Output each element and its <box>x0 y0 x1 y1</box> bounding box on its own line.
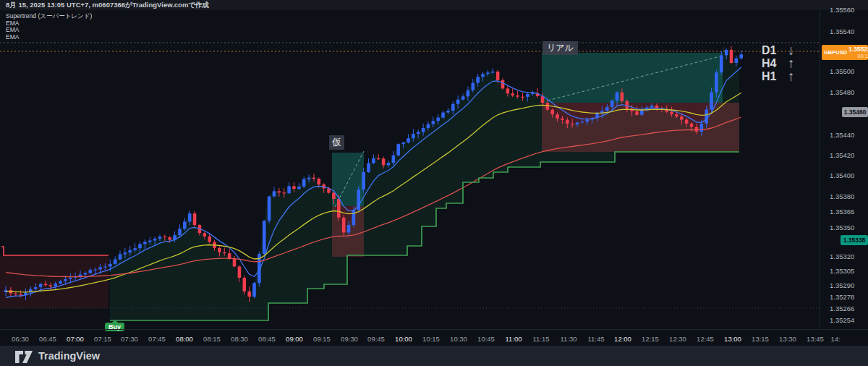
real-annotation-label[interactable]: リアル <box>542 41 578 55</box>
time-tick: 09:30 <box>335 335 364 343</box>
gray-price-badge: 1.35460 <box>842 107 868 117</box>
bottom-toolbar: TradingView <box>0 346 868 366</box>
time-tick: 09:15 <box>307 335 336 343</box>
price-tick: 1.35278 <box>830 293 854 302</box>
time-tick: 11:30 <box>554 335 583 343</box>
time-tick: 08:00 <box>170 335 199 343</box>
time-tick: 09:00 <box>280 335 309 343</box>
time-axis[interactable]: 06:3006:4507:0007:1507:3007:4508:0008:15… <box>0 329 868 346</box>
last-price-value: 1.35522 <box>848 46 868 53</box>
indicator-legend: Supertrend (スーパートレンド) EMA EMA EMA <box>6 13 92 41</box>
time-tick: 07:15 <box>88 335 117 343</box>
legend-item-ema-3[interactable]: EMA <box>6 34 92 41</box>
time-tick: 13:00 <box>718 335 747 343</box>
time-tick: 14: <box>821 335 850 343</box>
time-tick: 08:15 <box>197 335 226 343</box>
mtf-trend-panel: D1 ↓ H4 ↑ H1 ↑ <box>762 44 795 83</box>
price-tick: 1.35365 <box>830 208 854 216</box>
mtf-row-h1: H1 ↑ <box>762 70 795 83</box>
tradingview-logo-icon <box>14 347 33 365</box>
time-tick: 06:30 <box>6 335 35 343</box>
chart-canvas[interactable] <box>0 0 820 329</box>
kari-annotation-label[interactable]: 仮 <box>329 135 344 150</box>
price-tick: 1.35540 <box>830 27 854 36</box>
time-tick: 10:30 <box>444 335 473 343</box>
price-tick: 1.35290 <box>830 281 854 290</box>
time-tick: 08:45 <box>252 335 281 343</box>
supertrend-price-badge: 1.35338 <box>841 235 868 245</box>
time-tick: 06:45 <box>33 335 62 343</box>
supertrend-down-fill <box>0 255 109 308</box>
tradingview-chart-window: 8月 15, 2025 13:05 UTC+7, m0607366がTradin… <box>0 0 868 366</box>
time-tick: 13:30 <box>773 335 802 343</box>
tradingview-logo[interactable]: TradingView <box>14 347 100 365</box>
supertrend-down-line[interactable] <box>1 247 109 255</box>
price-tick: 1.35320 <box>830 252 854 261</box>
price-tick: 1.35440 <box>830 131 854 140</box>
price-tick: 1.35305 <box>830 267 854 276</box>
price-axis[interactable]: 1.355601.355401.355001.354801.354401.354… <box>820 10 868 329</box>
time-tick: 11:15 <box>527 335 556 343</box>
time-tick: 10:15 <box>417 335 446 343</box>
tradingview-logo-text: TradingView <box>38 350 100 362</box>
price-tick: 1.35480 <box>830 88 854 97</box>
time-tick: 12:15 <box>636 335 665 343</box>
time-tick: 09:45 <box>362 335 391 343</box>
last-price-badge: GBPUSD 1.35522 00:11 <box>822 45 868 60</box>
price-tick: 1.35400 <box>830 171 854 180</box>
price-tick: 1.35350 <box>830 224 854 232</box>
time-tick: 10:00 <box>389 335 418 343</box>
time-tick: 11:45 <box>582 335 610 343</box>
up-arrow-icon: ↑ <box>788 70 795 83</box>
price-tick: 1.35254 <box>830 316 854 325</box>
price-tick: 1.35560 <box>830 6 854 14</box>
price-tick: 1.35420 <box>830 151 854 160</box>
time-tick: 07:00 <box>61 335 90 343</box>
mtf-timeframe-label: D1 <box>762 44 788 57</box>
time-tick: 11:00 <box>499 335 528 343</box>
time-tick: 08:30 <box>225 335 254 343</box>
price-tick: 1.35500 <box>830 67 854 76</box>
mtf-timeframe-label: H1 <box>762 70 788 83</box>
time-tick: 12:00 <box>608 335 637 343</box>
time-tick: 12:45 <box>691 335 720 343</box>
price-tick: 1.35380 <box>830 192 854 201</box>
price-tick: 1.35266 <box>830 305 854 313</box>
time-tick: 10:45 <box>472 335 501 343</box>
time-tick: 07:45 <box>142 335 171 343</box>
mtf-timeframe-label: H4 <box>762 57 788 70</box>
symbol-label: GBPUSD <box>822 49 848 56</box>
time-tick: 07:30 <box>115 335 144 343</box>
time-tick: 12:30 <box>663 335 692 343</box>
bar-countdown: 00:11 <box>858 53 868 60</box>
time-tick: 13:15 <box>746 335 775 343</box>
